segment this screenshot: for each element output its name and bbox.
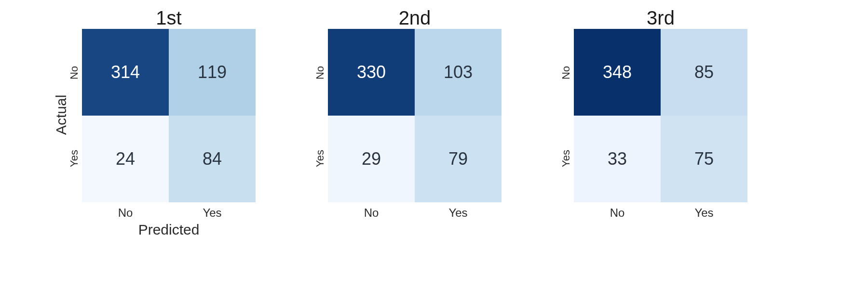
y-tick: No: [560, 65, 572, 80]
confusion-matrix-1: 1stNoYes3141192484NoYesActualPredicted: [82, 29, 256, 202]
heatmap-cell: 84: [169, 116, 256, 202]
x-tick: No: [82, 206, 169, 220]
heatmap-cell: 348: [574, 29, 661, 116]
x-tick: Yes: [661, 206, 747, 220]
x-tick-labels: NoYes: [574, 206, 747, 220]
heatmap-cell: 119: [169, 29, 256, 116]
y-tick: Yes: [560, 152, 572, 167]
y-tick: No: [314, 65, 326, 80]
x-axis-label: Predicted: [82, 222, 256, 238]
y-axis-label: Actual: [53, 95, 69, 135]
x-tick: No: [574, 206, 661, 220]
heatmap-cell: 85: [661, 29, 747, 116]
heatmap-grid: 3301032979: [328, 29, 502, 202]
x-tick: No: [328, 206, 415, 220]
heatmap-grid: 3141192484: [82, 29, 256, 202]
x-tick: Yes: [169, 206, 256, 220]
confusion-matrix-2: 2ndNoYes3301032979NoYes: [328, 29, 502, 202]
subplot-title: 2nd: [328, 7, 502, 29]
x-tick: Yes: [415, 206, 502, 220]
heatmap-cell: 24: [82, 116, 169, 202]
y-tick-labels: NoYes: [558, 29, 574, 202]
figure: 1stNoYes3141192484NoYesActualPredicted2n…: [0, 0, 868, 289]
heatmap-cell: 29: [328, 116, 415, 202]
x-tick-labels: NoYes: [328, 206, 502, 220]
y-tick-labels: NoYes: [312, 29, 328, 202]
subplot-title: 3rd: [574, 7, 747, 29]
charts-row: 1stNoYes3141192484NoYesActualPredicted2n…: [82, 29, 747, 202]
heatmap-cell: 314: [82, 29, 169, 116]
y-tick: Yes: [314, 152, 326, 167]
confusion-matrix-3: 3rdNoYes348853375NoYes: [574, 29, 747, 202]
y-tick: Yes: [68, 152, 81, 167]
heatmap-cell: 79: [415, 116, 502, 202]
x-tick-labels: NoYes: [82, 206, 256, 220]
heatmap-cell: 330: [328, 29, 415, 116]
heatmap-cell: 75: [661, 116, 747, 202]
heatmap-cell: 33: [574, 116, 661, 202]
heatmap-cell: 103: [415, 29, 502, 116]
y-tick: No: [68, 65, 81, 80]
heatmap-grid: 348853375: [574, 29, 747, 202]
subplot-title: 1st: [82, 7, 256, 29]
